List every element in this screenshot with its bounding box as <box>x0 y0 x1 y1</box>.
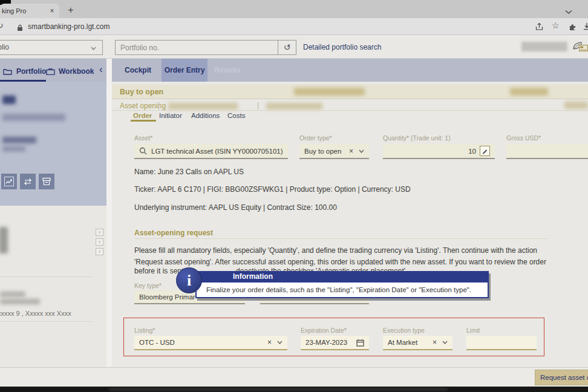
chevron-down-icon[interactable] <box>277 341 283 344</box>
browser-tab-bar <box>0 0 588 18</box>
tab-cockpit-portfolio[interactable]: Cockpit Portfolio <box>113 59 163 82</box>
search-icon <box>139 147 147 155</box>
redacted-flow-step <box>266 103 322 109</box>
redacted-taskbar-content <box>109 388 448 390</box>
expiration-date-value: 23-MAY-2023 <box>305 339 347 346</box>
url-text[interactable]: smartbanking-pro.lgt.com <box>28 22 109 31</box>
redacted-sidebar-row <box>2 137 36 143</box>
asset-underlying-line: Underlying instrument: AAPL US Equity | … <box>134 203 337 212</box>
order-type-select[interactable]: Buy to open × <box>299 144 369 159</box>
request-text-line3a: before it is sent <box>134 267 183 275</box>
banner-divider <box>112 99 588 99</box>
redacted-sidebar-row <box>2 114 65 121</box>
execution-type-select[interactable]: At Market × <box>383 336 452 350</box>
clear-icon[interactable]: × <box>433 338 442 347</box>
clear-icon[interactable]: × <box>349 147 359 155</box>
request-text-line1: Please fill all mandatory fields, especi… <box>134 246 537 255</box>
sidebar-tab-portfolio[interactable]: Portfolio <box>16 67 46 76</box>
extensions-puzzle-icon[interactable] <box>569 22 577 33</box>
tooltip-title: Information <box>195 271 489 283</box>
expand-row-button[interactable]: › <box>96 248 103 255</box>
key-type-value: Bloomberg Primar <box>139 293 195 301</box>
flow-separator: | <box>158 101 160 109</box>
listing-select[interactable]: OTC - USD × <box>134 336 287 350</box>
redacted-banner-item <box>294 88 365 96</box>
sidebar-tab-workbook[interactable]: Workbook <box>59 67 94 76</box>
expand-row-button[interactable]: › <box>96 229 103 236</box>
transfer-button[interactable] <box>20 174 36 189</box>
redacted-flow-step <box>168 103 238 109</box>
new-tab-button[interactable]: + <box>63 2 79 18</box>
asset-field[interactable]: LGT technical Asset (ISIN YY0000705101) <box>134 144 288 159</box>
tab-close-icon[interactable]: × <box>46 4 58 18</box>
listing-value: OTC - USD <box>139 339 175 346</box>
chart-button[interactable] <box>1 174 17 189</box>
panel-gap <box>106 59 112 367</box>
sidebar-lower-panel <box>0 206 106 367</box>
transfer-arrows-icon <box>23 178 33 186</box>
quantity-field[interactable]: 10 <box>383 144 495 159</box>
chevron-down-icon[interactable] <box>359 149 364 153</box>
expiration-date-label: Expiration Date* <box>301 327 347 334</box>
history-button[interactable]: ↺ <box>278 40 296 55</box>
chevron-down-icon <box>91 47 96 50</box>
request-text-line2: 'Request asset opening'. After successfu… <box>134 258 546 266</box>
portfolio-type-select[interactable]: Portfolio <box>0 40 103 55</box>
tooltip-body: Finalize your order details, such as the… <box>195 283 489 298</box>
chevron-down-icon[interactable] <box>442 341 448 344</box>
request-section-title: Asset-opening request <box>134 229 213 237</box>
lock-icon <box>17 23 23 34</box>
archive-button[interactable] <box>39 174 54 189</box>
key-type-label: Key type* <box>134 282 162 289</box>
info-icon: i <box>176 267 202 293</box>
order-type-value: Buy to open <box>304 148 341 155</box>
archive-box-icon <box>42 177 51 186</box>
expiration-date-field[interactable]: 23-MAY-2023 <box>301 336 369 350</box>
expand-row-button[interactable]: › <box>96 238 103 246</box>
share-icon[interactable] <box>535 22 544 33</box>
collapse-sidebar-chevron[interactable]: ‹ <box>99 64 103 76</box>
subtab-costs[interactable]: Costs <box>227 112 245 119</box>
redacted-list-block <box>0 227 8 253</box>
subtab-additions[interactable]: Additions <box>191 112 220 119</box>
redacted-flow-step <box>564 102 588 109</box>
information-tooltip: Information Finalize your order details,… <box>195 271 489 298</box>
tab-list-chevron-icon[interactable] <box>565 6 572 17</box>
asset-label: Asset* <box>134 134 152 142</box>
briefcase-icon <box>46 67 55 77</box>
subtab-order[interactable]: Order <box>133 112 152 119</box>
execution-type-label: Execution type <box>383 327 425 334</box>
subtab-initiator[interactable]: Initiator <box>159 112 182 119</box>
portfolio-type-value: Portfolio <box>0 43 9 51</box>
tab-order-entry[interactable]: Order Entry <box>162 59 207 82</box>
chart-line-icon <box>4 177 14 186</box>
limit-field[interactable] <box>466 336 537 350</box>
asset-name-line: Name: June 23 Calls on AAPL US <box>134 168 244 176</box>
order-type-label: Order type* <box>299 134 332 142</box>
redacted-list-row <box>0 292 25 297</box>
edit-pencil-icon[interactable] <box>480 146 490 156</box>
reload-icon[interactable]: ↻ <box>0 21 4 30</box>
request-asset-opening-button[interactable]: Request asset opening <box>535 370 588 385</box>
masked-client-row[interactable]: xxxxx 9 , Xxxxx xxx Xxxx <box>0 310 71 317</box>
calendar-icon[interactable] <box>356 339 364 347</box>
sidebar-divider <box>0 276 92 277</box>
sidebar-divider <box>0 321 92 322</box>
bottom-edge-bar <box>0 387 588 392</box>
quantity-label: Quantity* (Trade unit: 1) <box>383 134 451 142</box>
gross-usd-field[interactable] <box>506 144 588 159</box>
redacted-banner-item <box>510 88 548 96</box>
action-footer <box>0 367 588 387</box>
download-icon[interactable] <box>583 22 588 33</box>
portfolio-no-input[interactable] <box>115 40 278 55</box>
redacted-sidebar-logo <box>2 96 16 104</box>
bookmark-star-icon[interactable]: ☆ <box>552 21 560 30</box>
flow-divider <box>112 110 588 111</box>
flow-separator: | <box>257 101 259 109</box>
limit-label: Limit <box>466 327 480 334</box>
detailed-portfolio-search-link[interactable]: Detailed portfolio search <box>303 43 381 51</box>
asset-ticker-line: Ticker: AAPL 6 C170 | FIGI: BBG00ZSFWKG1… <box>134 185 411 194</box>
browser-tab-title: king Pro <box>2 7 26 15</box>
clear-icon[interactable]: × <box>267 338 277 347</box>
card-icon[interactable] <box>579 43 588 54</box>
